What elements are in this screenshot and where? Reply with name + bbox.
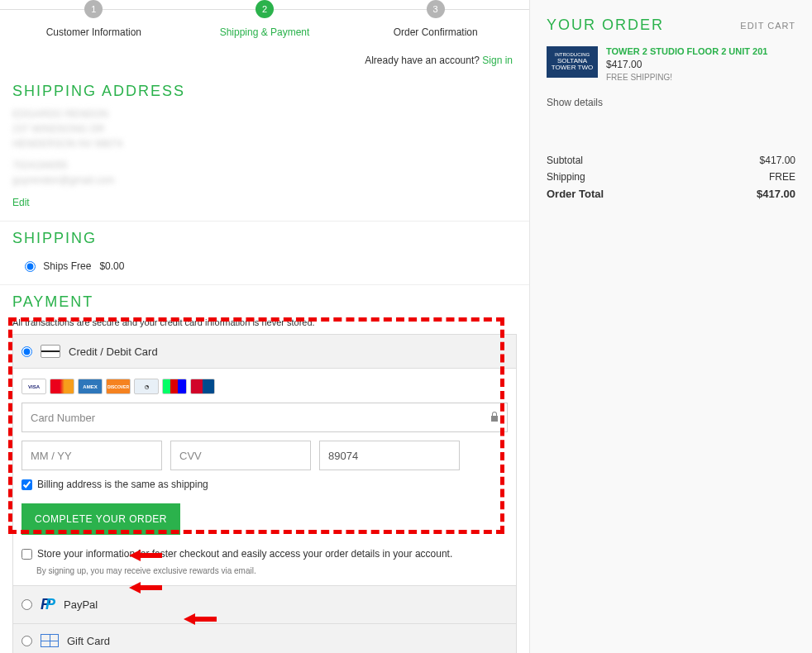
billing-same-checkbox[interactable] [21, 479, 32, 490]
checkout-steps: 1 Customer Information 2 Shipping & Paym… [0, 0, 529, 38]
subtotal-row: Subtotal$417.00 [547, 155, 795, 166]
discover-icon: DISCOVER [106, 379, 131, 394]
cvv-input[interactable] [170, 441, 311, 470]
jcb-icon [162, 379, 187, 394]
card-number-input[interactable] [21, 403, 508, 432]
step-shipping-payment[interactable]: 2 Shipping & Payment [179, 0, 351, 38]
diners-icon: ◔ [134, 379, 159, 394]
payment-method-credit-header[interactable]: Credit / Debit Card [13, 335, 516, 368]
order-summary-sidebar: YOUR ORDER EDIT CART INTRODUCING SOLTANA… [529, 0, 812, 653]
step-customer-info[interactable]: 1 Customer Information [8, 0, 179, 38]
payment-radio-credit[interactable] [21, 346, 32, 357]
accepted-cards: VISA AMEX DISCOVER ◔ [21, 379, 508, 394]
product-thumbnail: INTRODUCING SOLTANA TOWER TWO [547, 46, 598, 78]
credit-card-form: VISA AMEX DISCOVER ◔ [13, 368, 516, 585]
credit-card-icon [41, 345, 60, 358]
shipping-heading: SHIPPING [0, 222, 529, 254]
payment-radio-paypal[interactable] [21, 599, 32, 610]
your-order-heading: YOUR ORDER [547, 17, 664, 34]
complete-order-button[interactable]: COMPLETE YOUR ORDER [21, 503, 180, 535]
edit-address-link[interactable]: Edit [0, 197, 42, 208]
payment-method-paypal[interactable]: PP PayPal [13, 585, 516, 623]
zip-input[interactable] [319, 441, 460, 470]
payment-security-note: All transactions are secure and your cre… [0, 317, 529, 334]
unionpay-icon [190, 379, 215, 394]
amex-icon: AMEX [78, 379, 103, 394]
store-info-checkbox[interactable] [21, 549, 32, 560]
cart-line-item: INTRODUCING SOLTANA TOWER TWO TOWER 2 ST… [547, 46, 795, 90]
gift-card-icon [41, 634, 59, 647]
payment-radio-giftcard[interactable] [21, 636, 32, 646]
shipping-option-free[interactable]: Ships Free $0.00 [0, 254, 529, 272]
shipping-radio-free[interactable] [25, 261, 36, 272]
paypal-icon: PP [41, 596, 55, 613]
edit-cart-link[interactable]: EDIT CART [740, 21, 795, 31]
visa-icon: VISA [21, 379, 46, 394]
product-name[interactable]: TOWER 2 STUDIO FLOOR 2 UNIT 201 [606, 46, 767, 56]
signin-link[interactable]: Sign in [482, 55, 513, 66]
mastercard-icon [50, 379, 74, 394]
shipping-address-block: EDGARDO RENDON 237 WINDSONG DR HENDERSON… [0, 107, 529, 196]
shipping-row: ShippingFREE [547, 171, 795, 183]
expiry-input[interactable] [21, 441, 162, 470]
product-shipping-note: FREE SHIPPING! [606, 73, 767, 82]
step-order-confirmation[interactable]: 3 Order Confirmation [350, 0, 521, 38]
payment-method-giftcard[interactable]: Gift Card [13, 623, 516, 653]
lock-icon [490, 411, 499, 425]
payment-heading: PAYMENT [0, 285, 529, 317]
signin-prompt: Already have an account? Sign in [0, 38, 529, 74]
order-total-row: Order Total$417.00 [547, 188, 795, 200]
show-details-toggle[interactable]: Show details [547, 97, 795, 108]
shipping-address-heading: SHIPPING ADDRESS [0, 74, 529, 107]
product-price: $417.00 [606, 59, 767, 70]
payment-methods: Credit / Debit Card VISA AMEX DISCOVER ◔ [12, 334, 517, 653]
